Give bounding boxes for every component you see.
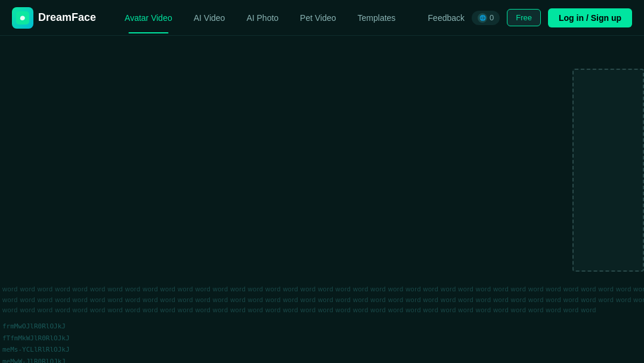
code-lines: frmMwOJlR0RlOJkJ fTfmMkWJlR0RlOJkJ meMs-… — [0, 321, 644, 363]
nav-ai-photo[interactable]: AI Photo — [237, 8, 288, 27]
word-line-1: word word word word word word word word … — [0, 284, 644, 295]
nav-links: Avatar Video AI Video AI Photo Pet Video… — [115, 8, 428, 27]
credits-badge: 🌐 0 — [472, 11, 500, 25]
code-line-1: frmMwOJlR0RlOJkJ — [2, 321, 642, 333]
login-button[interactable]: Log in / Sign up — [548, 8, 632, 27]
right-panel — [572, 69, 644, 272]
free-button[interactable]: Free — [507, 9, 541, 26]
nav-avatar-video[interactable]: Avatar Video — [115, 8, 182, 27]
word-line-3: word word word word word word word word … — [0, 305, 644, 316]
main-content: word word word word word word word word … — [0, 36, 644, 363]
feedback-button[interactable]: Feedback — [428, 13, 465, 23]
credits-icon: 🌐 — [478, 13, 487, 23]
brand-name: DreamFace — [38, 11, 96, 24]
brand-logo — [12, 7, 33, 29]
word-line-2: word word word word word word word word … — [0, 295, 644, 306]
bottom-text-area: word word word word word word word word … — [0, 279, 644, 363]
nav-right: Feedback 🌐 0 Free Log in / Sign up — [428, 8, 632, 27]
nav-pet-video[interactable]: Pet Video — [290, 8, 345, 27]
brand-link[interactable]: DreamFace — [12, 7, 96, 29]
navbar: DreamFace Avatar Video AI Video AI Photo… — [0, 0, 644, 36]
nav-ai-video[interactable]: AI Video — [184, 8, 235, 27]
credits-count: 0 — [490, 13, 494, 22]
code-line-3: meMs-YCLlRlRlOJkJ — [2, 344, 642, 356]
nav-templates[interactable]: Templates — [348, 8, 405, 27]
code-line-2: fTfmMkWJlR0RlOJkJ — [2, 333, 642, 344]
code-line-4: meMwW-JlR0RlOJkJ — [2, 356, 642, 363]
